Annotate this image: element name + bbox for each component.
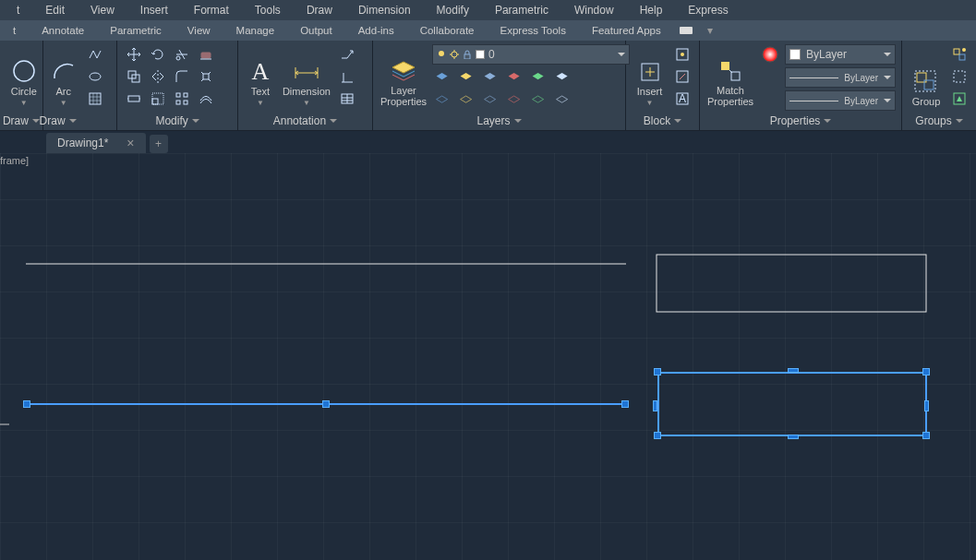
group-button[interactable]: Group <box>908 44 945 109</box>
match-properties-button[interactable]: Match Properties <box>705 44 755 109</box>
layer-on-icon[interactable] <box>432 90 454 111</box>
menu-item[interactable]: Parametric <box>482 0 561 20</box>
layer-walk-icon[interactable] <box>528 90 550 111</box>
svg-rect-35 <box>954 71 965 82</box>
panel-title[interactable]: Draw <box>0 112 116 130</box>
layer-thaw-icon[interactable] <box>456 90 478 111</box>
svg-point-21 <box>681 53 684 56</box>
ribbon-tab[interactable]: Express Tools <box>488 20 579 41</box>
layer-properties-button[interactable]: Layer Properties <box>379 44 428 109</box>
panel-title[interactable]: Annotation <box>238 112 372 130</box>
dimension-button[interactable]: Dimension ▼ <box>281 44 332 109</box>
hatch-small-icon[interactable] <box>84 89 106 109</box>
copy-icon[interactable] <box>123 66 145 87</box>
scale-icon[interactable] <box>147 89 169 109</box>
menu-item[interactable]: Window <box>561 0 627 20</box>
ribbon-tab[interactable]: Add-ins <box>345 20 407 41</box>
ordinate-icon[interactable] <box>336 66 358 87</box>
move-icon[interactable] <box>123 44 145 65</box>
grip-midpoint[interactable] <box>653 400 657 411</box>
drawing-canvas[interactable]: // grid drawn after data load below fram… <box>0 153 976 560</box>
layer-iso-icon[interactable] <box>504 67 526 88</box>
layer-make-current-icon[interactable] <box>528 67 550 88</box>
grip-corner[interactable] <box>922 432 930 439</box>
menu-item[interactable]: Help <box>627 0 676 20</box>
close-icon[interactable]: × <box>127 136 134 150</box>
layer-lock-icon[interactable] <box>480 67 502 88</box>
ellipse-small-icon[interactable] <box>84 66 106 87</box>
new-document-button[interactable]: + <box>150 135 168 153</box>
color-dropdown[interactable]: ByLayer <box>785 44 896 65</box>
table-icon[interactable] <box>336 89 358 109</box>
group-select-icon[interactable] <box>948 89 970 109</box>
panel-title[interactable]: Modify <box>117 112 237 130</box>
layer-off-icon[interactable] <box>432 67 454 88</box>
offset-icon[interactable] <box>195 89 217 109</box>
menu-item[interactable]: Express <box>675 0 741 20</box>
layer-copy-icon[interactable] <box>552 90 574 111</box>
rotate-icon[interactable] <box>147 44 169 65</box>
color-wheel-icon[interactable] <box>759 44 781 65</box>
grip-corner[interactable] <box>654 432 661 439</box>
panel-title[interactable]: Layers <box>373 112 625 130</box>
text-button[interactable]: A Text ▼ <box>244 44 277 109</box>
menu-item[interactable]: Insert <box>127 0 181 20</box>
menu-item[interactable]: Edit <box>32 0 78 20</box>
line-object[interactable] <box>26 262 626 266</box>
menu-item[interactable]: Modify <box>424 0 482 20</box>
grip-corner[interactable] <box>922 368 930 375</box>
grip-endpoint[interactable] <box>621 400 629 408</box>
tab-overflow-icon[interactable] <box>680 27 693 34</box>
ribbon-tab[interactable]: Parametric <box>97 20 175 41</box>
panel-title[interactable]: Groups <box>902 112 976 130</box>
leader-icon[interactable] <box>336 44 358 65</box>
layer-uniso-icon[interactable] <box>504 90 526 111</box>
create-block-icon[interactable] <box>671 44 693 65</box>
explode-icon[interactable] <box>195 66 217 87</box>
mirror-icon[interactable] <box>147 66 169 87</box>
stretch-icon[interactable] <box>123 89 145 109</box>
selected-rectangle-object[interactable] <box>657 372 927 436</box>
ribbon-tab[interactable]: Manage <box>223 20 288 41</box>
group-edit-icon[interactable] <box>948 66 970 87</box>
menu-item[interactable]: t <box>4 0 32 20</box>
document-tab[interactable]: Drawing1* × <box>46 133 146 153</box>
edit-block-icon[interactable] <box>671 66 693 87</box>
ribbon-tab[interactable]: Collaborate <box>407 20 488 41</box>
ribbon-tab[interactable]: t <box>0 20 29 41</box>
grip-endpoint[interactable] <box>23 400 30 408</box>
lineweight-dropdown[interactable]: ByLayer <box>785 67 896 88</box>
insert-button[interactable]: Insert ▼ <box>632 44 668 109</box>
panel-title[interactable]: Properties <box>700 112 901 130</box>
ribbon-tab[interactable]: View <box>175 20 223 41</box>
menu-item[interactable]: View <box>78 0 127 20</box>
linetype-dropdown[interactable]: ByLayer <box>785 90 896 111</box>
layer-match-icon[interactable] <box>552 67 574 88</box>
menu-item[interactable]: Draw <box>294 0 345 20</box>
ribbon-tab[interactable]: Annotate <box>29 20 97 41</box>
grip-midpoint[interactable] <box>322 400 330 408</box>
menu-item[interactable]: Tools <box>242 0 294 20</box>
arc-button[interactable]: Arc ▼ <box>47 44 80 109</box>
erase-icon[interactable] <box>195 44 217 65</box>
panel-title[interactable]: Block <box>626 112 699 130</box>
polyline-small-icon[interactable] <box>84 44 106 65</box>
edit-attributes-icon[interactable]: A <box>671 89 693 109</box>
fillet-icon[interactable] <box>171 66 193 87</box>
grip-midpoint[interactable] <box>788 435 799 439</box>
grip-midpoint[interactable] <box>788 368 799 373</box>
rectangle-object[interactable] <box>656 254 927 313</box>
ribbon-tab[interactable]: Featured Apps <box>579 20 674 41</box>
ungroup-icon[interactable] <box>948 44 970 65</box>
menu-item[interactable]: Format <box>181 0 242 20</box>
ribbon-tab[interactable]: Output <box>287 20 345 41</box>
trim-icon[interactable] <box>171 44 193 65</box>
layer-freeze-icon[interactable] <box>456 67 478 88</box>
array-icon[interactable] <box>171 89 193 109</box>
layer-dropdown[interactable]: 0 <box>432 44 630 65</box>
circle-button[interactable]: Circle ▼ <box>5 44 43 109</box>
menu-item[interactable]: Dimension <box>345 0 424 20</box>
grip-corner[interactable] <box>654 368 661 375</box>
layer-unlock-icon[interactable] <box>480 90 502 111</box>
grip-midpoint[interactable] <box>924 400 929 411</box>
